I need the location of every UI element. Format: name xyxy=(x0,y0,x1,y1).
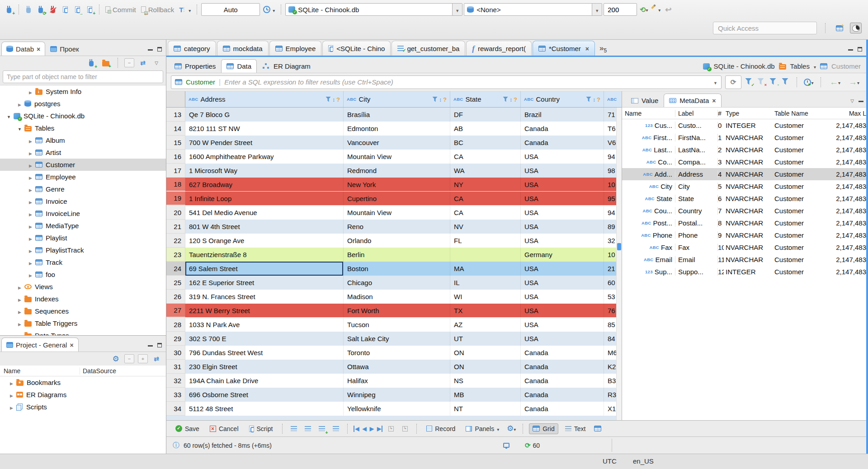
row-number[interactable]: 17 xyxy=(166,164,185,178)
close-icon[interactable] xyxy=(712,97,716,104)
cell-address[interactable]: 8210 111 ST NW xyxy=(185,122,344,136)
minimize-icon[interactable] xyxy=(148,344,153,347)
connection-dropdown-button[interactable] xyxy=(452,4,462,15)
refresh-connection-button[interactable] xyxy=(638,4,649,15)
metadata-row[interactable]: ABCCo... Compa... 3 NVARCHAR Customer 2,… xyxy=(622,156,866,168)
sql-filter-input[interactable] xyxy=(224,78,710,86)
cell-city[interactable]: Orlando xyxy=(344,234,450,248)
object-filter-input[interactable] xyxy=(3,70,163,83)
sql-filter-box[interactable]: Customer | xyxy=(171,75,722,89)
expand-arrow[interactable] xyxy=(8,379,15,386)
cell-address[interactable]: 302 S 700 E xyxy=(185,332,344,346)
cell-address[interactable]: 700 W Pender Street xyxy=(185,136,344,150)
table-row[interactable]: 26 319 N. Frances Street Madison WI USA … xyxy=(166,290,622,304)
metadata-row[interactable]: ABCPhone Phone 9 NVARCHAR Customer 2,147… xyxy=(622,229,866,241)
expand-arrow[interactable] xyxy=(27,234,34,242)
commit-button[interactable]: Commit xyxy=(104,5,138,14)
project-item[interactable]: Bookmarks xyxy=(0,376,166,389)
tab-projects[interactable]: Проек xyxy=(45,42,84,56)
quick-access-input[interactable] xyxy=(713,22,817,34)
open-sql-script-button[interactable] xyxy=(72,4,83,15)
cell-state[interactable]: BC xyxy=(450,136,521,150)
column-header[interactable]: ABC Address xyxy=(185,91,344,107)
minimize-icon[interactable] xyxy=(859,100,863,102)
cell-country[interactable]: USA xyxy=(521,220,604,234)
cell-country[interactable]: USA xyxy=(521,178,604,191)
cell-city[interactable]: Cupertino xyxy=(344,192,450,205)
cell-city[interactable]: Winnipeg xyxy=(344,388,450,402)
row-number[interactable]: 16 xyxy=(166,150,185,164)
project-settings-button[interactable] xyxy=(111,354,121,363)
next-row-button[interactable]: ▶ xyxy=(370,426,374,432)
connection-selector[interactable]: SQLite - Chinook.db xyxy=(285,3,462,16)
view-menu-button[interactable]: ▽ xyxy=(151,58,161,67)
cell-country[interactable]: Canada xyxy=(521,122,604,136)
row-number[interactable]: 19 xyxy=(166,192,185,205)
collapse-all-button[interactable]: − xyxy=(124,354,134,363)
tree-item[interactable]: Views xyxy=(0,281,166,293)
cell-city[interactable]: New York xyxy=(344,178,450,191)
tree-item[interactable]: Genre xyxy=(0,183,166,195)
table-row[interactable]: 34 5112 48 Street Yellowknife NT Canada … xyxy=(166,402,622,416)
cell-city[interactable]: Brasília xyxy=(344,108,450,122)
expand-arrow[interactable] xyxy=(27,149,34,156)
auto-refresh-button[interactable] xyxy=(803,77,814,88)
metadata-row[interactable]: 123Sup... Suppo... 12 INTEGER Customer 2… xyxy=(622,266,866,278)
cell-state[interactable]: CA xyxy=(450,150,521,164)
script-button[interactable]: Script xyxy=(245,423,277,434)
row-number[interactable]: 23 xyxy=(166,248,185,262)
row-number[interactable]: 21 xyxy=(166,220,185,234)
cell-country[interactable]: USA xyxy=(521,164,604,178)
editor-tab[interactable]: category xyxy=(168,41,216,56)
cell-state[interactable]: UT xyxy=(450,332,521,346)
cell-city[interactable]: Tucson xyxy=(344,318,450,332)
cell-state[interactable]: ON xyxy=(450,346,521,360)
tree-item[interactable]: postgres xyxy=(0,98,166,110)
table-row[interactable]: 19 1 Infinite Loop Cupertino CA USA 95 xyxy=(166,192,622,206)
cell-state[interactable]: IL xyxy=(450,276,521,290)
cell-address[interactable]: 319 N. Frances Street xyxy=(185,290,344,304)
edit-inline-button[interactable] xyxy=(302,423,313,434)
metadata-row[interactable]: ABCCou... Country 7 NVARCHAR Customer 2,… xyxy=(622,205,866,217)
cell-address[interactable]: 696 Osborne Street xyxy=(185,388,344,402)
cell-country[interactable]: USA xyxy=(521,304,604,317)
tree-item[interactable]: System Info xyxy=(0,85,166,98)
cell-city[interactable]: Mountain View xyxy=(344,206,450,220)
tree-item[interactable]: Customer xyxy=(0,159,166,171)
previous-row-button[interactable]: ◀ xyxy=(363,426,367,432)
save-filter-button[interactable]: ▫ xyxy=(769,78,778,86)
nav-new-folder-button[interactable] xyxy=(100,57,111,68)
row-number[interactable]: 15 xyxy=(166,136,185,150)
expand-arrow[interactable] xyxy=(16,100,23,108)
fetch-size-input[interactable] xyxy=(604,3,637,16)
cell-address[interactable]: 194A Chain Lake Drive xyxy=(185,374,344,388)
filter-history-dropdown[interactable] xyxy=(713,79,717,86)
first-row-button[interactable]: ◀ xyxy=(354,426,359,432)
undo-button[interactable] xyxy=(663,4,674,15)
expand-arrow[interactable] xyxy=(27,136,34,144)
cell-country[interactable]: Canada xyxy=(521,388,604,402)
cell-country[interactable]: Canada xyxy=(521,374,604,388)
tab-project-general[interactable]: Project - General xyxy=(1,338,79,352)
cell-country[interactable]: Germany xyxy=(521,248,604,262)
expand-arrow[interactable] xyxy=(27,88,34,95)
cell-address[interactable]: 1600 Amphitheatre Parkway xyxy=(185,150,344,164)
cell-state[interactable]: DF xyxy=(450,108,521,122)
editor-tab[interactable]: mockdata xyxy=(217,41,269,56)
fetch-all-button[interactable] xyxy=(400,423,410,434)
tree-item[interactable]: Data Types xyxy=(0,329,166,335)
metadata-row[interactable]: ABCFax Fax 10 NVARCHAR Customer 2,147,48… xyxy=(622,241,866,253)
table-row[interactable]: 16 1600 Amphitheatre Parkway Mountain Vi… xyxy=(166,150,622,164)
tree-item[interactable]: Invoice xyxy=(0,195,166,207)
cell-address[interactable]: Qe 7 Bloco G xyxy=(185,108,344,122)
row-number[interactable]: 13 xyxy=(166,108,185,122)
open-perspective-button[interactable] xyxy=(834,23,845,33)
cell-city[interactable]: Redmond xyxy=(344,164,450,178)
row-number[interactable]: 26 xyxy=(166,290,185,304)
result-tab[interactable]: Properties xyxy=(169,59,221,73)
sql-editor-button[interactable] xyxy=(60,4,71,15)
maximize-icon[interactable] xyxy=(157,343,162,347)
link-editor-button[interactable] xyxy=(151,354,161,363)
add-row-button[interactable] xyxy=(316,423,327,434)
cell-city[interactable]: Halifax xyxy=(344,374,450,388)
